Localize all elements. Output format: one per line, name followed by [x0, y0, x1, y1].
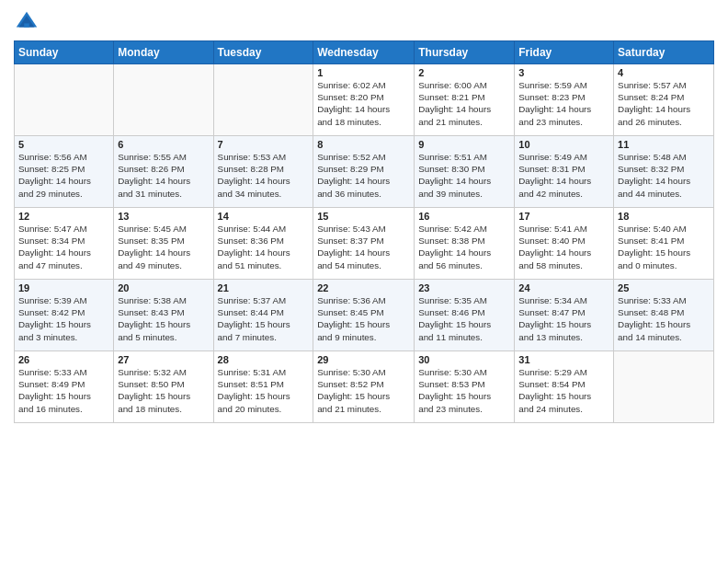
day-number: 30: [418, 354, 510, 365]
calendar-cell: 16Sunrise: 5:42 AM Sunset: 8:38 PM Dayli…: [415, 208, 515, 280]
main-container: SundayMondayTuesdayWednesdayThursdayFrid…: [0, 0, 728, 432]
day-info: Sunrise: 5:41 AM Sunset: 8:40 PM Dayligh…: [518, 223, 609, 271]
day-info: Sunrise: 5:53 AM Sunset: 8:28 PM Dayligh…: [218, 151, 310, 200]
day-number: 24: [518, 282, 609, 293]
day-info: Sunrise: 5:32 AM Sunset: 8:50 PM Dayligh…: [118, 366, 209, 415]
logo-icon: [14, 9, 40, 35]
day-info: Sunrise: 5:49 AM Sunset: 8:31 PM Dayligh…: [518, 151, 609, 200]
day-info: Sunrise: 5:44 AM Sunset: 8:36 PM Dayligh…: [218, 223, 310, 271]
day-info: Sunrise: 6:02 AM Sunset: 8:20 PM Dayligh…: [317, 79, 410, 128]
day-number: 17: [518, 211, 609, 222]
day-number: 23: [418, 282, 510, 293]
day-info: Sunrise: 5:48 AM Sunset: 8:32 PM Dayligh…: [618, 151, 710, 200]
calendar-cell: 24Sunrise: 5:34 AM Sunset: 8:47 PM Dayli…: [515, 280, 614, 351]
calendar-cell: 5Sunrise: 5:56 AM Sunset: 8:25 PM Daylig…: [15, 136, 114, 208]
day-info: Sunrise: 6:00 AM Sunset: 8:21 PM Dayligh…: [418, 79, 510, 128]
day-number: 28: [218, 354, 310, 365]
calendar-cell: 4Sunrise: 5:57 AM Sunset: 8:24 PM Daylig…: [614, 64, 714, 136]
calendar-cell: 25Sunrise: 5:33 AM Sunset: 8:48 PM Dayli…: [614, 280, 714, 351]
day-number: 21: [218, 282, 310, 293]
calendar-cell: 11Sunrise: 5:48 AM Sunset: 8:32 PM Dayli…: [614, 136, 714, 208]
calendar-cell: [614, 351, 714, 423]
day-number: 1: [317, 67, 410, 78]
calendar-cell: 12Sunrise: 5:47 AM Sunset: 8:34 PM Dayli…: [15, 208, 114, 280]
day-info: Sunrise: 5:40 AM Sunset: 8:41 PM Dayligh…: [618, 223, 710, 271]
weekday-header-row: SundayMondayTuesdayWednesdayThursdayFrid…: [15, 41, 714, 64]
day-number: 26: [18, 354, 109, 365]
day-info: Sunrise: 5:35 AM Sunset: 8:46 PM Dayligh…: [418, 294, 510, 343]
calendar-cell: 31Sunrise: 5:29 AM Sunset: 8:54 PM Dayli…: [515, 351, 614, 423]
calendar-cell: 30Sunrise: 5:30 AM Sunset: 8:53 PM Dayli…: [415, 351, 515, 423]
weekday-header-monday: Monday: [114, 41, 213, 64]
calendar-cell: [15, 64, 114, 136]
header: [14, 9, 714, 35]
day-number: 14: [218, 211, 310, 222]
day-number: 6: [118, 139, 209, 150]
week-row-1: 1Sunrise: 6:02 AM Sunset: 8:20 PM Daylig…: [15, 64, 714, 136]
calendar-cell: 9Sunrise: 5:51 AM Sunset: 8:30 PM Daylig…: [415, 136, 515, 208]
day-info: Sunrise: 5:36 AM Sunset: 8:45 PM Dayligh…: [317, 294, 410, 343]
calendar-cell: 20Sunrise: 5:38 AM Sunset: 8:43 PM Dayli…: [114, 280, 213, 351]
day-info: Sunrise: 5:51 AM Sunset: 8:30 PM Dayligh…: [418, 151, 510, 200]
weekday-header-thursday: Thursday: [415, 41, 515, 64]
calendar-cell: 23Sunrise: 5:35 AM Sunset: 8:46 PM Dayli…: [415, 280, 515, 351]
calendar-cell: [114, 64, 213, 136]
calendar-cell: 21Sunrise: 5:37 AM Sunset: 8:44 PM Dayli…: [213, 280, 313, 351]
svg-rect-2: [24, 23, 29, 27]
day-number: 7: [218, 139, 310, 150]
day-info: Sunrise: 5:37 AM Sunset: 8:44 PM Dayligh…: [218, 294, 310, 343]
day-info: Sunrise: 5:59 AM Sunset: 8:23 PM Dayligh…: [518, 79, 609, 128]
calendar-cell: 1Sunrise: 6:02 AM Sunset: 8:20 PM Daylig…: [313, 64, 415, 136]
calendar-cell: 27Sunrise: 5:32 AM Sunset: 8:50 PM Dayli…: [114, 351, 213, 423]
day-info: Sunrise: 5:43 AM Sunset: 8:37 PM Dayligh…: [317, 223, 410, 271]
day-number: 3: [518, 67, 609, 78]
day-number: 4: [618, 67, 710, 78]
logo: [14, 9, 43, 35]
day-info: Sunrise: 5:52 AM Sunset: 8:29 PM Dayligh…: [317, 151, 410, 200]
day-info: Sunrise: 5:33 AM Sunset: 8:49 PM Dayligh…: [18, 366, 109, 415]
day-info: Sunrise: 5:45 AM Sunset: 8:35 PM Dayligh…: [118, 223, 209, 271]
day-number: 25: [618, 282, 710, 293]
day-info: Sunrise: 5:47 AM Sunset: 8:34 PM Dayligh…: [18, 223, 109, 271]
day-number: 16: [418, 211, 510, 222]
day-info: Sunrise: 5:34 AM Sunset: 8:47 PM Dayligh…: [518, 294, 609, 343]
day-number: 8: [317, 139, 410, 150]
calendar-cell: 8Sunrise: 5:52 AM Sunset: 8:29 PM Daylig…: [313, 136, 415, 208]
calendar-cell: 10Sunrise: 5:49 AM Sunset: 8:31 PM Dayli…: [515, 136, 614, 208]
day-number: 19: [18, 282, 109, 293]
calendar-cell: 2Sunrise: 6:00 AM Sunset: 8:21 PM Daylig…: [415, 64, 515, 136]
day-info: Sunrise: 5:56 AM Sunset: 8:25 PM Dayligh…: [18, 151, 109, 200]
calendar-cell: 26Sunrise: 5:33 AM Sunset: 8:49 PM Dayli…: [15, 351, 114, 423]
day-info: Sunrise: 5:30 AM Sunset: 8:53 PM Dayligh…: [418, 366, 510, 415]
calendar-cell: 13Sunrise: 5:45 AM Sunset: 8:35 PM Dayli…: [114, 208, 213, 280]
day-info: Sunrise: 5:39 AM Sunset: 8:42 PM Dayligh…: [18, 294, 109, 343]
day-info: Sunrise: 5:42 AM Sunset: 8:38 PM Dayligh…: [418, 223, 510, 271]
weekday-header-wednesday: Wednesday: [313, 41, 415, 64]
weekday-header-saturday: Saturday: [614, 41, 714, 64]
day-number: 13: [118, 211, 209, 222]
day-info: Sunrise: 5:31 AM Sunset: 8:51 PM Dayligh…: [218, 366, 310, 415]
calendar-cell: 18Sunrise: 5:40 AM Sunset: 8:41 PM Dayli…: [614, 208, 714, 280]
day-number: 29: [317, 354, 410, 365]
week-row-2: 5Sunrise: 5:56 AM Sunset: 8:25 PM Daylig…: [15, 136, 714, 208]
day-info: Sunrise: 5:55 AM Sunset: 8:26 PM Dayligh…: [118, 151, 209, 200]
day-info: Sunrise: 5:33 AM Sunset: 8:48 PM Dayligh…: [618, 294, 710, 343]
calendar-cell: 29Sunrise: 5:30 AM Sunset: 8:52 PM Dayli…: [313, 351, 415, 423]
week-row-3: 12Sunrise: 5:47 AM Sunset: 8:34 PM Dayli…: [15, 208, 714, 280]
day-number: 10: [518, 139, 609, 150]
calendar-cell: 3Sunrise: 5:59 AM Sunset: 8:23 PM Daylig…: [515, 64, 614, 136]
day-number: 9: [418, 139, 510, 150]
day-info: Sunrise: 5:38 AM Sunset: 8:43 PM Dayligh…: [118, 294, 209, 343]
calendar-table: SundayMondayTuesdayWednesdayThursdayFrid…: [14, 40, 714, 423]
week-row-5: 26Sunrise: 5:33 AM Sunset: 8:49 PM Dayli…: [15, 351, 714, 423]
day-info: Sunrise: 5:57 AM Sunset: 8:24 PM Dayligh…: [618, 79, 710, 128]
weekday-header-friday: Friday: [515, 41, 614, 64]
week-row-4: 19Sunrise: 5:39 AM Sunset: 8:42 PM Dayli…: [15, 280, 714, 351]
day-number: 2: [418, 67, 510, 78]
day-info: Sunrise: 5:30 AM Sunset: 8:52 PM Dayligh…: [317, 366, 410, 415]
day-number: 27: [118, 354, 209, 365]
day-number: 31: [518, 354, 609, 365]
calendar-cell: 6Sunrise: 5:55 AM Sunset: 8:26 PM Daylig…: [114, 136, 213, 208]
weekday-header-tuesday: Tuesday: [213, 41, 313, 64]
day-number: 18: [618, 211, 710, 222]
